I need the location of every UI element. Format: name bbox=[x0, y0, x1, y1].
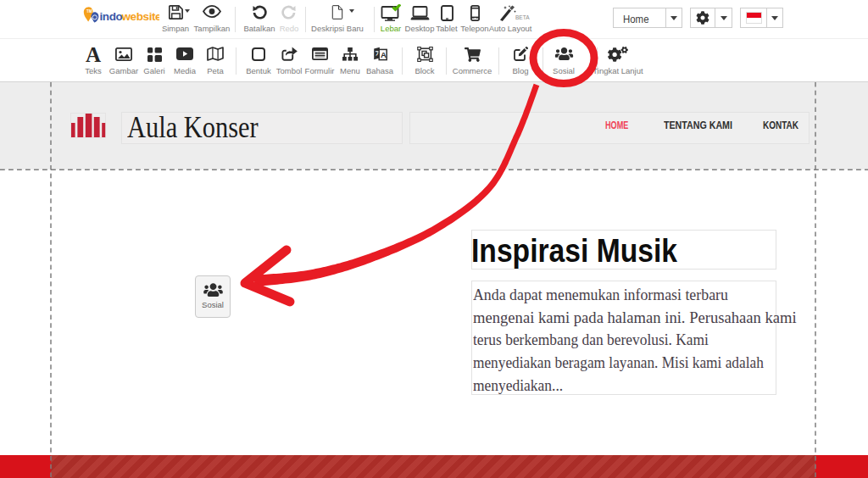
svg-text:indo: indo bbox=[100, 10, 123, 23]
svg-text:A: A bbox=[381, 50, 387, 59]
svg-text:TM: TM bbox=[86, 9, 92, 14]
svg-text:website: website bbox=[121, 10, 160, 23]
